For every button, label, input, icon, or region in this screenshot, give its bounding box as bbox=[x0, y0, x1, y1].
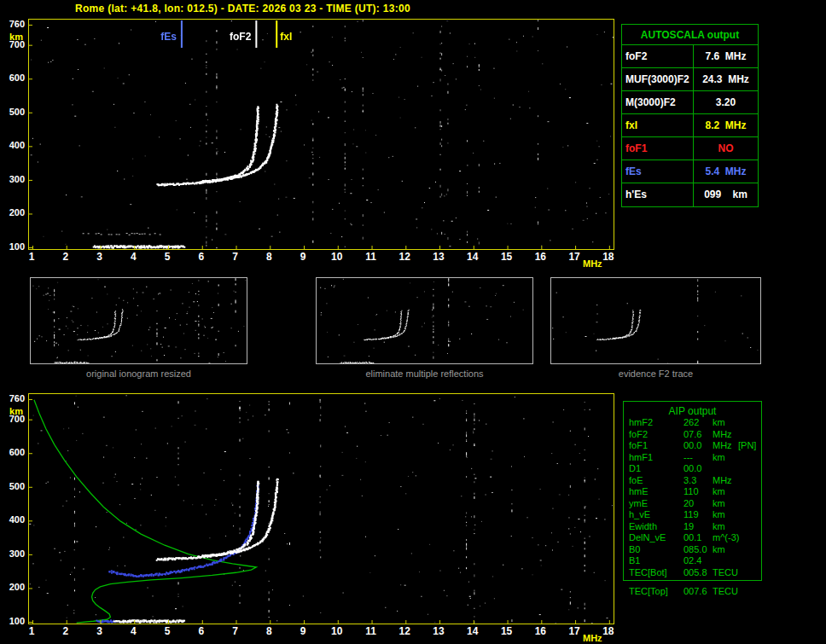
aip-extra bbox=[738, 521, 761, 533]
aip-extra bbox=[738, 417, 761, 429]
aip-value: 07.6 bbox=[683, 429, 713, 441]
aip-output-rows: hmF2262kmfoF207.6MHzfoF100.0MHz[PN]hmF1-… bbox=[624, 417, 761, 578]
x-tick-label: 13 bbox=[430, 251, 447, 263]
aip-unit: km bbox=[713, 486, 738, 498]
aip-value: 00.0 bbox=[683, 440, 713, 452]
aip-row-foF1: foF100.0MHz[PN] bbox=[624, 440, 761, 452]
aip-extra: [PN] bbox=[738, 440, 761, 452]
autoscala-row-value: 5.4 MHz bbox=[694, 160, 758, 183]
aip-row-DelN_vE: DelN_vE00.1m^(-3) bbox=[624, 532, 761, 544]
autoscala-row-MUF(3000)F2: MUF(3000)F224.3 MHz bbox=[622, 68, 758, 91]
y-tick-label: 100 bbox=[2, 241, 25, 252]
x-tick-label: 12 bbox=[396, 625, 413, 637]
x-tick-label: 11 bbox=[363, 251, 380, 263]
aip-label: D1 bbox=[629, 463, 683, 475]
autoscala-row-value: 24.3 MHz bbox=[694, 68, 758, 90]
aip-extra bbox=[738, 509, 761, 521]
aip-row-B1: B102.4 bbox=[624, 555, 761, 567]
autoscala-row-label: foF2 bbox=[622, 45, 694, 67]
thumbnail-evidence-f2-trace bbox=[550, 277, 761, 364]
aip-label: hmF2 bbox=[629, 417, 683, 429]
autoscala-row-value: 7.6 MHz bbox=[694, 45, 758, 67]
y-tick-label: 200 bbox=[2, 207, 25, 218]
autoscala-row-value: NO bbox=[694, 137, 758, 160]
aip-value: 085.0 bbox=[683, 544, 713, 556]
aip-label: TEC[Bot] bbox=[629, 567, 683, 579]
aip-output-panel: AIP output hmF2262kmfoF207.6MHzfoF100.0M… bbox=[623, 401, 762, 581]
x-tick-label: 13 bbox=[430, 625, 447, 637]
aip-value: 005.8 bbox=[683, 567, 713, 579]
aip-row-B0: B0085.0km bbox=[624, 544, 761, 556]
aip-value: --- bbox=[683, 452, 713, 464]
aip-value: 00.0 bbox=[683, 463, 713, 475]
aip-label: foE bbox=[629, 475, 683, 487]
x-tick-label: 6 bbox=[193, 251, 210, 263]
autoscala-row-M(3000)F2: M(3000)F23.20 bbox=[622, 91, 758, 114]
aip-value: 3.3 bbox=[683, 475, 713, 487]
y-tick-label: 400 bbox=[2, 140, 25, 150]
aip-value: 20 bbox=[683, 498, 713, 510]
aip-value: 110 bbox=[683, 486, 713, 498]
aip-unit: m^(-3) bbox=[713, 532, 738, 544]
aip-row-Ewidth: Ewidth19km bbox=[624, 521, 761, 533]
x-tick-label: 15 bbox=[498, 251, 515, 263]
aip-value: 007.6 bbox=[683, 586, 713, 598]
marker-label-fEs: fEs bbox=[144, 31, 177, 43]
autoscala-row-fxI: fxI8.2 MHz bbox=[622, 114, 758, 137]
aip-label: B0 bbox=[629, 544, 683, 556]
x-tick-label: 16 bbox=[532, 625, 549, 637]
aip-unit: MHz bbox=[713, 429, 738, 441]
y-tick-label: 500 bbox=[2, 107, 25, 117]
aip-extra bbox=[738, 498, 761, 510]
x-tick-label: 1 bbox=[23, 625, 40, 637]
x-tick-label: 1 bbox=[23, 251, 40, 263]
x-tick-label: 18 bbox=[600, 251, 617, 263]
autoscala-row-label: h'Es bbox=[622, 183, 694, 206]
aip-value: 262 bbox=[683, 417, 713, 429]
autoscala-row-value: 3.20 bbox=[694, 91, 758, 113]
marker-label-foF2: foF2 bbox=[218, 31, 251, 43]
aip-label: hmF1 bbox=[629, 452, 683, 464]
autoscala-row-fEs: fEs5.4 MHz bbox=[622, 160, 758, 183]
aip-value: 119 bbox=[683, 509, 713, 521]
x-tick-label: 5 bbox=[159, 625, 176, 637]
aip-label: Ewidth bbox=[629, 521, 683, 533]
autoscala-row-label: MUF(3000)F2 bbox=[622, 68, 694, 90]
aip-extra bbox=[738, 429, 761, 441]
autoscala-output-title: AUTOSCALA output bbox=[622, 25, 758, 45]
x-tick-label: 8 bbox=[260, 251, 277, 263]
station-title: Rome (lat: +41.8, lon: 012.5) - DATE: 20… bbox=[75, 3, 410, 15]
aip-extra bbox=[738, 567, 761, 579]
aip-value: 19 bbox=[683, 521, 713, 533]
ionogram-top-canvas bbox=[28, 19, 614, 250]
aip-unit bbox=[713, 463, 738, 475]
aip-tec-top-row-container: TEC[Top]007.6TECU bbox=[623, 586, 762, 598]
aip-row-TEC[Bot]: TEC[Bot]005.8TECU bbox=[624, 567, 761, 579]
x-tick-label: 18 bbox=[600, 625, 617, 637]
x-tick-label: 5 bbox=[159, 251, 176, 263]
ionogram-bottom-canvas bbox=[28, 393, 614, 624]
caption-eliminate-reflections: eliminate multiple reflections bbox=[316, 368, 533, 379]
aip-unit: km bbox=[713, 498, 738, 510]
aip-label: B1 bbox=[629, 555, 683, 567]
x-tick-label: 10 bbox=[329, 251, 346, 263]
aip-extra bbox=[738, 544, 761, 556]
aip-unit: TECU bbox=[713, 567, 738, 579]
marker-label-fxI: fxI bbox=[280, 31, 292, 43]
aip-unit: km bbox=[713, 521, 738, 533]
aip-row-foF2: foF207.6MHz bbox=[624, 429, 761, 441]
y-tick-label: 700 bbox=[2, 414, 25, 424]
autoscala-row-label: fEs bbox=[622, 160, 694, 183]
autoscala-row-value: 099 km bbox=[694, 183, 758, 206]
x-tick-label: 16 bbox=[532, 251, 549, 263]
aip-extra bbox=[738, 463, 761, 475]
aip-value: 02.4 bbox=[683, 555, 713, 567]
y-tick-label: 300 bbox=[2, 548, 25, 559]
x-tick-label: 12 bbox=[396, 251, 413, 263]
aip-extra bbox=[738, 452, 761, 464]
autoscala-output-rows: foF27.6 MHzMUF(3000)F224.3 MHzM(3000)F23… bbox=[622, 45, 758, 206]
aip-unit: TECU bbox=[713, 586, 738, 598]
caption-original-ionogram: original ionogram resized bbox=[30, 368, 247, 379]
x-tick-label: 3 bbox=[90, 625, 108, 637]
autoscala-row-value: 8.2 MHz bbox=[694, 114, 758, 136]
